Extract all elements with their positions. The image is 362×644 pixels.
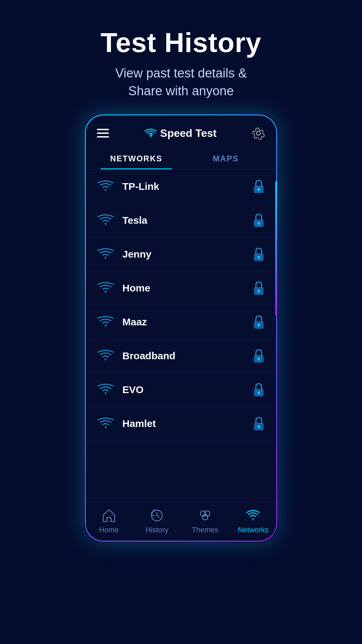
svg-point-0 [256, 131, 260, 135]
nav-item-home[interactable]: Home [85, 502, 133, 538]
menu-button[interactable] [97, 129, 109, 138]
network-name: Broadband [122, 350, 252, 362]
nav-label-home: Home [99, 526, 119, 534]
svg-rect-24 [258, 427, 259, 429]
svg-rect-3 [258, 190, 259, 192]
header-section: Test History View past test details &Sha… [0, 0, 362, 113]
top-bar: Speed Test [85, 114, 277, 147]
themes-icon [198, 508, 213, 523]
lock-icon [252, 382, 265, 397]
network-name: Tesla [122, 215, 252, 226]
lock-icon [252, 315, 265, 329]
wifi-signal-icon [97, 247, 114, 261]
tab-maps[interactable]: MAPS [181, 147, 270, 169]
nav-label-history: History [145, 526, 168, 534]
wifi-signal-icon [97, 213, 114, 227]
network-list: TP-Link Tesla [85, 170, 277, 502]
svg-rect-15 [258, 325, 259, 327]
svg-rect-21 [258, 393, 259, 395]
app-title-container: Speed Test [144, 127, 217, 140]
page-title: Test History [0, 27, 362, 58]
network-item[interactable]: Hamlet [85, 407, 277, 441]
network-item[interactable]: EVO [85, 373, 277, 407]
nav-item-history[interactable]: History [133, 502, 181, 538]
network-item[interactable]: Tesla [85, 204, 277, 237]
wifi-signal-icon [97, 315, 114, 329]
network-item[interactable]: Jenny [85, 237, 277, 271]
network-name: Hamlet [122, 418, 252, 429]
network-name: Jenny [122, 249, 252, 260]
wifi-signal-icon [97, 383, 114, 397]
wifi-signal-icon [97, 417, 114, 431]
nav-label-themes: Themes [192, 526, 218, 534]
phone-inner: Speed Test NETWORKS MAPS [85, 114, 277, 542]
lock-icon [252, 416, 265, 431]
app-title: Speed Test [160, 127, 217, 140]
tab-networks[interactable]: NETWORKS [92, 147, 181, 169]
page-subtitle: View past test details &Share with anyon… [0, 64, 362, 100]
home-icon [102, 508, 116, 523]
tabs-bar: NETWORKS MAPS [85, 147, 277, 170]
network-item[interactable]: TP-Link [85, 170, 277, 204]
phone-mockup: Speed Test NETWORKS MAPS [84, 113, 278, 543]
wifi-signal-icon [97, 179, 114, 194]
network-item[interactable]: Maaz [85, 305, 277, 339]
nav-item-themes[interactable]: Themes [181, 502, 229, 538]
lock-icon [252, 179, 265, 194]
network-item[interactable]: Broadband [85, 339, 277, 373]
wifi-signal-icon [97, 281, 114, 295]
network-item[interactable]: Home [85, 271, 277, 305]
networks-icon [246, 508, 260, 523]
settings-icon[interactable] [252, 126, 265, 140]
network-name: Home [122, 282, 252, 294]
network-name: EVO [122, 384, 252, 395]
lock-icon [252, 213, 265, 228]
svg-rect-12 [258, 291, 259, 293]
history-icon [149, 508, 164, 523]
nav-item-networks[interactable]: Networks [229, 502, 278, 538]
app-wifi-logo [144, 128, 157, 138]
svg-rect-6 [258, 223, 259, 225]
nav-label-networks: Networks [238, 526, 268, 534]
network-name: TP-Link [122, 181, 252, 192]
lock-icon [252, 247, 265, 262]
lock-icon [252, 281, 265, 296]
wifi-signal-icon [97, 349, 114, 363]
svg-rect-9 [258, 257, 259, 259]
svg-rect-18 [258, 359, 259, 361]
lock-icon [252, 348, 265, 363]
network-name: Maaz [122, 316, 252, 328]
bottom-nav: Home History Themes [85, 502, 277, 542]
